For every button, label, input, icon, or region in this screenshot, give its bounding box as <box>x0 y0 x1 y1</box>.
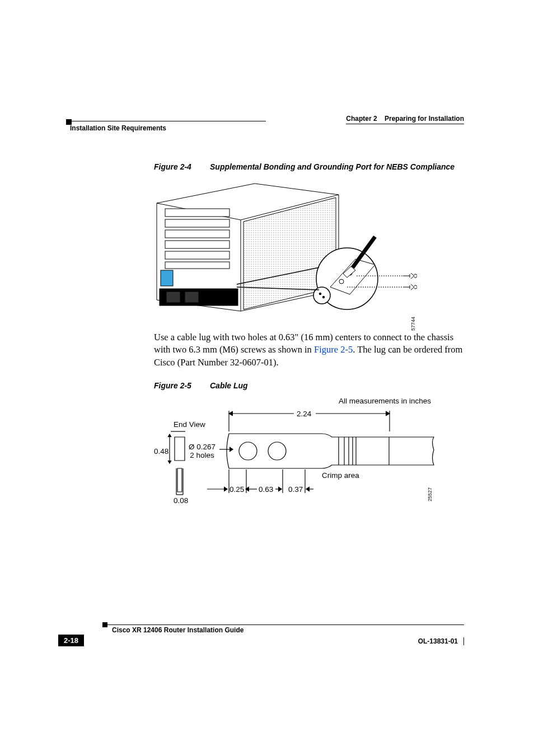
footer-guide-title: Cisco XR 12406 Router Installation Guide <box>112 626 464 634</box>
figure-2-5-image: All measurements in inches End View 0.48… <box>154 397 439 520</box>
figure-2-4-id: 57744 <box>410 317 416 331</box>
figure-title: Supplemental Bonding and Grounding Port … <box>210 162 464 171</box>
holes-spec-label: Ø 0.267 2 holes <box>189 443 216 459</box>
dim-063-label: 0.63 <box>259 485 273 494</box>
crimp-area-label: Crimp area <box>322 471 359 480</box>
svg-point-25 <box>323 297 325 298</box>
chapter-title: Preparing for Installation <box>385 115 464 123</box>
svg-rect-12 <box>166 292 180 303</box>
content-area: Figure 2-4 Supplemental Bonding and Grou… <box>154 162 464 520</box>
svg-rect-4 <box>165 209 229 217</box>
dim-008-label: 0.08 <box>174 496 188 505</box>
dim-224-label: 2.24 <box>297 410 311 418</box>
header-section: Installation Site Requirements <box>70 124 166 132</box>
svg-rect-13 <box>185 292 199 303</box>
footer-rule <box>104 624 464 625</box>
figure-2-5-caption: Figure 2-5 Cable Lug <box>154 381 464 390</box>
svg-rect-6 <box>165 230 229 238</box>
units-label: All measurements in inches <box>339 397 431 405</box>
svg-point-18 <box>339 279 344 284</box>
dim-037-label: 0.37 <box>288 485 303 494</box>
page-number: 2-18 <box>58 635 84 646</box>
svg-rect-9 <box>165 262 229 269</box>
svg-point-41 <box>268 442 286 460</box>
figure-title: Cable Lug <box>210 381 464 390</box>
end-view-label: End View <box>174 420 205 429</box>
footer: Cisco XR 12406 Router Installation Guide <box>70 624 464 634</box>
svg-rect-5 <box>165 219 229 227</box>
figure-2-4-caption: Figure 2-4 Supplemental Bonding and Grou… <box>154 162 464 171</box>
paragraph-1: Use a cable lug with two holes at 0.63" … <box>154 331 464 369</box>
figure-number: Figure 2-4 <box>154 162 210 171</box>
svg-point-40 <box>239 442 257 460</box>
header-chapter: Chapter 2 Preparing for Installation <box>346 115 464 124</box>
svg-rect-14 <box>161 270 173 286</box>
dim-048-label: 0.48 <box>154 447 168 456</box>
figure-2-4-image: 57744 <box>154 178 417 318</box>
footer-bullet-icon <box>102 622 107 627</box>
figure-2-5-xref[interactable]: Figure 2-5 <box>314 344 353 355</box>
svg-rect-7 <box>165 241 229 248</box>
figure-2-5-id: 25527 <box>427 487 433 501</box>
page: Installation Site Requirements Chapter 2… <box>0 0 534 756</box>
router-chassis-illustration <box>154 178 417 318</box>
figure-number: Figure 2-5 <box>154 381 210 390</box>
svg-point-24 <box>320 293 321 295</box>
document-number: OL-13831-01 <box>418 637 464 645</box>
header-rule <box>70 121 266 121</box>
svg-rect-8 <box>165 251 229 259</box>
dim-025-label: 0.25 <box>229 485 244 494</box>
chapter-prefix: Chapter 2 <box>346 115 377 123</box>
